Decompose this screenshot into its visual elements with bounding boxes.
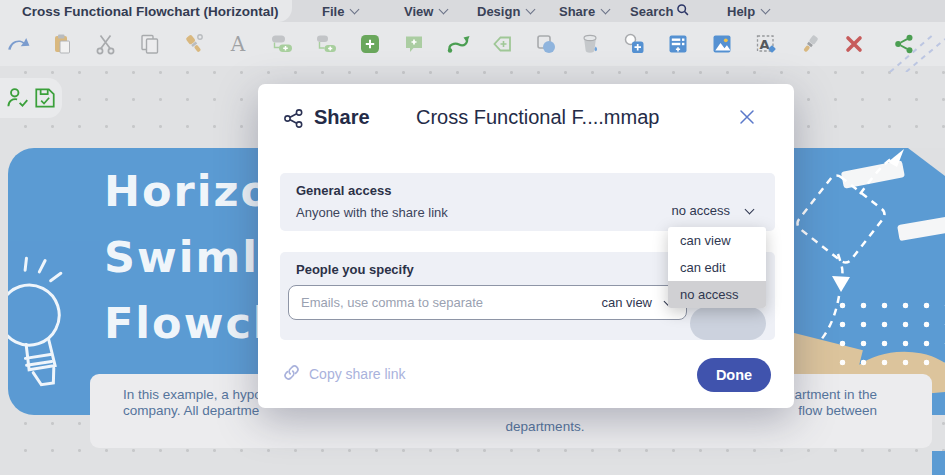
document-tab[interactable]: Cross Functional Flowchart (Horizontal): [0, 0, 292, 22]
menu-file-label: File: [322, 4, 344, 19]
document-tab-title: Cross Functional Flowchart (Horizontal): [22, 4, 279, 19]
delete-icon[interactable]: [842, 32, 866, 56]
menu-share[interactable]: Share: [559, 0, 609, 22]
relationship-icon[interactable]: [446, 32, 470, 56]
share-nodes-icon: [283, 108, 304, 133]
white-dot-grid: [832, 296, 945, 374]
copy-share-link-label: Copy share link: [309, 366, 406, 382]
people-heading: People you specify: [296, 262, 414, 277]
menu-share-label: Share: [559, 4, 595, 19]
dialog-title: Share: [314, 106, 370, 129]
dropdown-option-no-access[interactable]: no access: [668, 281, 766, 308]
add-topic-icon[interactable]: [358, 32, 382, 56]
email-input[interactable]: [289, 286, 601, 319]
insert-image-icon[interactable]: [710, 32, 734, 56]
fill-color-icon[interactable]: [578, 32, 602, 56]
menu-design-label: Design: [477, 4, 520, 19]
caption-left-line1: In this example, a hypo: [123, 387, 262, 403]
insert-shape-icon[interactable]: [622, 32, 646, 56]
copy-share-link[interactable]: Copy share link: [283, 364, 406, 384]
format-painter-icon[interactable]: [182, 32, 206, 56]
partially-hidden-button[interactable]: [690, 307, 766, 340]
general-access-description: Anyone with the share link: [296, 205, 448, 220]
copy-icon[interactable]: [138, 32, 162, 56]
search-icon: [676, 3, 690, 20]
caption-bottom-line: departments.: [430, 419, 660, 435]
save-check-icon[interactable]: [33, 86, 57, 110]
email-input-wrap: can view: [288, 285, 687, 320]
toolbar: A A: [0, 22, 945, 66]
menu-search-label: Search: [630, 4, 673, 19]
theme-brush-icon[interactable]: [798, 32, 822, 56]
chevron-down-icon: [526, 5, 536, 15]
menu-file[interactable]: File: [322, 0, 358, 22]
font-icon[interactable]: A: [226, 32, 250, 56]
text-box-icon[interactable]: A: [754, 32, 778, 56]
menu-search[interactable]: Search: [630, 0, 690, 22]
insert-subtopic-icon[interactable]: [314, 32, 338, 56]
chevron-down-icon: [439, 5, 449, 15]
dashed-decal: [884, 30, 945, 72]
permission-value: can view: [601, 295, 652, 310]
chevron-down-icon: [745, 204, 755, 214]
paste-icon[interactable]: [50, 32, 74, 56]
chevron-down-icon: [350, 5, 360, 15]
menu-view[interactable]: View: [404, 0, 447, 22]
svg-text:A: A: [759, 37, 769, 52]
done-button[interactable]: Done: [697, 358, 771, 392]
menu-bar: Cross Functional Flowchart (Horizontal) …: [0, 0, 945, 22]
caption-left: In this example, a hypo company. All dep…: [123, 387, 262, 419]
access-dropdown-menu: can view can edit no access: [668, 227, 766, 308]
caption-right-line1: artment in the: [794, 387, 877, 403]
blue-shape-right-edge: [932, 451, 945, 475]
redo-icon[interactable]: [6, 32, 30, 56]
cut-icon[interactable]: [94, 32, 118, 56]
dropdown-option-can-edit[interactable]: can edit: [668, 254, 766, 281]
menu-design[interactable]: Design: [477, 0, 534, 22]
general-access-value: no access: [671, 203, 730, 218]
dialog-header: Share Cross Functional F....mmap: [258, 84, 794, 150]
chevron-down-icon: [601, 5, 611, 15]
table-icon[interactable]: [666, 32, 690, 56]
caption-right-line2: flow between: [794, 403, 877, 419]
user-check-icon[interactable]: [6, 86, 30, 110]
menu-help[interactable]: Help: [727, 0, 769, 22]
tag-icon[interactable]: [490, 32, 514, 56]
shape-icon[interactable]: [534, 32, 558, 56]
close-icon[interactable]: [738, 108, 756, 126]
dialog-filename: Cross Functional F....mmap: [416, 106, 659, 129]
link-icon: [283, 364, 300, 384]
chevron-down-icon: [761, 5, 771, 15]
caption-left-line2: company. All departme: [123, 403, 262, 419]
menu-view-label: View: [404, 4, 433, 19]
caption-right: artment in the flow between: [794, 387, 877, 419]
insert-comment-icon[interactable]: [402, 32, 426, 56]
general-access-heading: General access: [296, 183, 391, 198]
insert-topic-icon[interactable]: [270, 32, 294, 56]
general-access-panel: General access Anyone with the share lin…: [280, 173, 775, 231]
general-access-dropdown-trigger[interactable]: no access: [671, 203, 753, 218]
menu-help-label: Help: [727, 4, 755, 19]
dropdown-option-can-view[interactable]: can view: [668, 227, 766, 254]
svg-text:A: A: [230, 33, 246, 55]
